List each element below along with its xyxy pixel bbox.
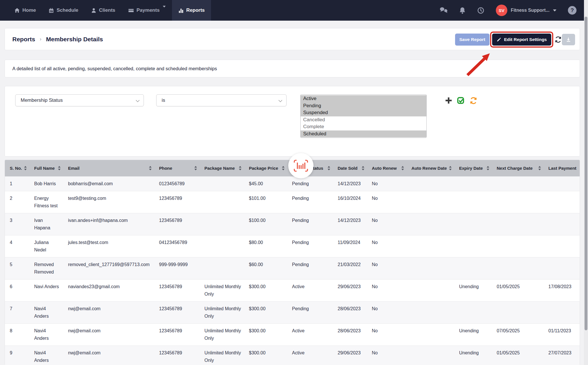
column-header-s-no[interactable]: S. No. (5, 160, 29, 176)
status-option-scheduled[interactable]: Scheduled (301, 130, 426, 138)
status-option-active[interactable]: Active (301, 95, 426, 102)
person-icon (91, 8, 96, 13)
home-icon (14, 8, 20, 13)
nav-item-reports[interactable]: Reports (172, 0, 211, 21)
column-header-auto-renew-date[interactable]: Auto Renew Date (407, 160, 454, 176)
account-menu[interactable]: SV Fitness Support... (496, 5, 556, 16)
nav-item-clients[interactable]: Clients (85, 0, 122, 21)
cell-next-charge-date: 07/05/2025 (492, 323, 543, 346)
filter-field-select[interactable]: Membership Status (15, 94, 144, 106)
column-label: Auto Renew (372, 166, 397, 171)
loading-spinner-logo (288, 153, 314, 178)
column-header-phone[interactable]: Phone (154, 160, 200, 176)
apply-filter-icon[interactable] (457, 97, 465, 105)
column-label: Next Charge Date (497, 166, 533, 171)
column-header-email[interactable]: Email (63, 160, 154, 176)
cell-date-sold: 29/06/2023 (333, 346, 367, 365)
sort-icon (149, 166, 152, 170)
status-multiselect[interactable]: ActivePendingSuspendedCancelledCompleteS… (300, 94, 427, 138)
cell-s-no: 6 (5, 279, 29, 301)
cell-full-name: Navi4 Anders (29, 323, 63, 346)
cell-last-payment: 01/11/2023 (543, 323, 580, 346)
filter-operator-select[interactable]: is (156, 94, 287, 106)
cell-auto-renew: No (367, 279, 407, 301)
status-option-pending[interactable]: Pending (301, 102, 426, 110)
nav-item-label: Schedule (57, 7, 78, 13)
cell-phone: 123456789 (154, 346, 200, 365)
clock-icon[interactable] (477, 7, 484, 14)
barcode-logo-icon (294, 160, 308, 172)
status-option-cancelled[interactable]: Cancelled (301, 116, 426, 124)
status-option-complete[interactable]: Complete (301, 123, 426, 130)
column-header-last-payment[interactable]: Last Payment (543, 160, 580, 176)
cell-s-no: 1 (5, 176, 29, 191)
scrollbar-thumb[interactable] (585, 17, 587, 330)
cell-auto-renew-date (407, 235, 454, 257)
status-option-suspended[interactable]: Suspended (301, 109, 426, 116)
cell-expiry-date: Unending (454, 346, 492, 365)
breadcrumb-separator: › (40, 36, 41, 42)
cell-last-payment: 17/08/2023 (543, 279, 580, 301)
cell-expiry-date (454, 191, 492, 213)
cell-next-charge-date (492, 235, 543, 257)
edit-report-settings-button[interactable]: Edit Report Settings (492, 34, 551, 46)
column-header-package-name[interactable]: Package Name (200, 160, 244, 176)
nav-item-payments[interactable]: Payments (122, 0, 172, 21)
nav-item-label: Payments (137, 7, 160, 13)
table-row: 1Bob Harrisbobharris@email.com0123456789… (5, 176, 580, 191)
column-header-date-sold[interactable]: Date Sold (333, 160, 367, 176)
download-report-button[interactable] (562, 34, 575, 45)
column-label: Phone (159, 166, 172, 171)
cell-package-price: $60.00 (244, 257, 287, 279)
cell-status: Active (287, 323, 333, 346)
cell-phone: 123456789 (154, 191, 200, 213)
table-row: 7Navi4 Andersnwj@email.com123456789Unlim… (5, 301, 580, 323)
cell-package-price: $101.00 (244, 191, 287, 213)
column-header-full-name[interactable]: Full Name (29, 160, 63, 176)
nav-item-label: Home (22, 7, 36, 13)
cell-date-sold: 21/03/2022 (333, 257, 367, 279)
column-header-expiry-date[interactable]: Expiry Date (454, 160, 492, 176)
cell-s-no: 4 (5, 235, 29, 257)
cell-package-name (200, 235, 244, 257)
cell-full-name: Bob Harris (29, 176, 63, 191)
column-header-next-charge-date[interactable]: Next Charge Date (492, 160, 543, 176)
cell-package-price: $300.00 (244, 279, 287, 301)
nav-item-schedule[interactable]: Schedule (42, 0, 85, 21)
nav-item-label: Clients (99, 7, 115, 13)
column-header-package-price[interactable]: Package Price (244, 160, 287, 176)
cell-package-price: $100.00 (244, 213, 287, 235)
nav-item-home[interactable]: Home (8, 0, 42, 21)
cell-date-sold: 14/12/2023 (333, 213, 367, 235)
cell-auto-renew-date (407, 191, 454, 213)
cell-status: Pending (287, 213, 333, 235)
reset-filter-icon[interactable] (469, 97, 477, 105)
avatar[interactable]: SV (496, 5, 507, 16)
cell-date-sold: 11/09/2024 (333, 235, 367, 257)
calendar-icon (49, 8, 54, 13)
cell-last-payment (543, 213, 580, 235)
column-header-auto-renew[interactable]: Auto Renew (367, 160, 407, 176)
cell-full-name: Navi4 Anders (29, 301, 63, 323)
column-label: Full Name (34, 166, 55, 171)
cell-auto-renew-date (407, 213, 454, 235)
cell-email: nwj@email.com (63, 346, 154, 365)
cell-package-name (200, 191, 244, 213)
cell-s-no: 2 (5, 191, 29, 213)
save-report-button[interactable]: Save Report (455, 34, 490, 46)
cell-date-sold: 28/06/2023 (333, 301, 367, 323)
sort-icon (327, 166, 330, 170)
help-icon[interactable]: ? (568, 6, 577, 15)
cell-package-price: $300.00 (244, 323, 287, 346)
chevron-down-icon (136, 98, 140, 102)
chat-icon[interactable] (440, 7, 448, 14)
refresh-report-icon[interactable] (554, 36, 562, 43)
breadcrumb-reports[interactable]: Reports (12, 36, 35, 43)
credit-card-icon (128, 8, 134, 13)
report-description-card: A detailed list of all active, pending, … (5, 60, 580, 77)
bell-icon[interactable] (459, 7, 466, 14)
cell-package-price: $80.00 (244, 235, 287, 257)
add-filter-icon[interactable] (445, 97, 452, 104)
cell-date-sold: 28/06/2023 (333, 323, 367, 346)
cell-s-no: 7 (5, 301, 29, 323)
